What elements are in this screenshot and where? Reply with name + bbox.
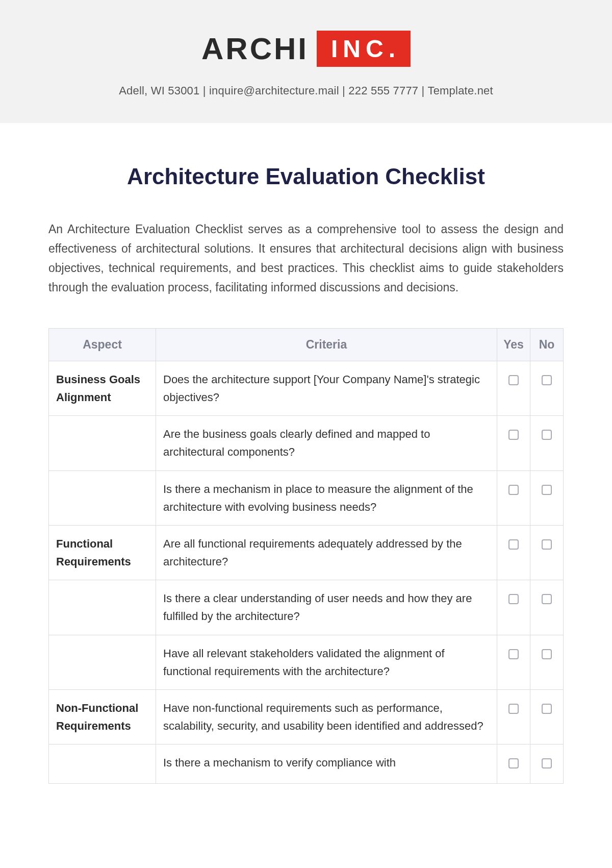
intro-paragraph: An Architecture Evaluation Checklist ser… <box>48 220 564 297</box>
checkbox-yes[interactable] <box>508 539 519 550</box>
logo-main-text: ARCHI <box>201 31 309 66</box>
aspect-cell: Functional Requirements <box>49 525 156 580</box>
criteria-cell: Are all functional requirements adequate… <box>156 525 497 580</box>
yes-cell <box>497 470 530 525</box>
criteria-cell: Is there a mechanism to verify complianc… <box>156 745 497 783</box>
checkbox-yes[interactable] <box>508 430 519 440</box>
yes-cell <box>497 525 530 580</box>
table-row: Non-Functional RequirementsHave non-func… <box>49 690 564 745</box>
criteria-cell: Is there a mechanism in place to measure… <box>156 470 497 525</box>
aspect-cell: Non-Functional Requirements <box>49 690 156 745</box>
no-cell <box>530 580 564 635</box>
logo-badge-text: INC. <box>317 31 411 67</box>
header-yes: Yes <box>497 328 530 361</box>
criteria-cell: Have non-functional requirements such as… <box>156 690 497 745</box>
checkbox-no[interactable] <box>542 539 552 550</box>
checkbox-no[interactable] <box>542 430 552 440</box>
checkbox-yes[interactable] <box>508 649 519 659</box>
no-cell <box>530 361 564 415</box>
no-cell <box>530 745 564 783</box>
checkbox-no[interactable] <box>542 485 552 495</box>
table-row: Functional RequirementsAre all functiona… <box>49 525 564 580</box>
yes-cell <box>497 635 530 689</box>
main-content: Architecture Evaluation Checklist An Arc… <box>0 123 612 804</box>
table-row: Is there a mechanism to verify complianc… <box>49 745 564 783</box>
no-cell <box>530 690 564 745</box>
header-criteria: Criteria <box>156 328 497 361</box>
checkbox-yes[interactable] <box>508 594 519 604</box>
contact-line: Adell, WI 53001 | inquire@architecture.m… <box>0 84 612 97</box>
checkbox-yes[interactable] <box>508 758 519 768</box>
checkbox-yes[interactable] <box>508 485 519 495</box>
no-cell <box>530 635 564 689</box>
aspect-cell <box>49 635 156 689</box>
checkbox-no[interactable] <box>542 649 552 659</box>
no-cell <box>530 470 564 525</box>
yes-cell <box>497 361 530 415</box>
checkbox-no[interactable] <box>542 704 552 714</box>
table-row: Is there a clear understanding of user n… <box>49 580 564 635</box>
table-header-row: Aspect Criteria Yes No <box>49 328 564 361</box>
criteria-cell: Is there a clear understanding of user n… <box>156 580 497 635</box>
header-aspect: Aspect <box>49 328 156 361</box>
table-row: Have all relevant stakeholders validated… <box>49 635 564 689</box>
aspect-cell <box>49 416 156 470</box>
no-cell <box>530 416 564 470</box>
criteria-cell: Does the architecture support [Your Comp… <box>156 361 497 415</box>
checkbox-yes[interactable] <box>508 375 519 385</box>
checkbox-no[interactable] <box>542 758 552 768</box>
table-row: Are the business goals clearly defined a… <box>49 416 564 470</box>
criteria-cell: Are the business goals clearly defined a… <box>156 416 497 470</box>
yes-cell <box>497 690 530 745</box>
aspect-cell <box>49 470 156 525</box>
header-band: ARCHI INC. Adell, WI 53001 | inquire@arc… <box>0 0 612 123</box>
aspect-cell: Business Goals Alignment <box>49 361 156 415</box>
yes-cell <box>497 416 530 470</box>
table-row: Is there a mechanism in place to measure… <box>49 470 564 525</box>
aspect-cell <box>49 745 156 783</box>
header-no: No <box>530 328 564 361</box>
criteria-cell: Have all relevant stakeholders validated… <box>156 635 497 689</box>
checkbox-no[interactable] <box>542 594 552 604</box>
no-cell <box>530 525 564 580</box>
yes-cell <box>497 745 530 783</box>
checkbox-no[interactable] <box>542 375 552 385</box>
table-row: Business Goals AlignmentDoes the archite… <box>49 361 564 415</box>
aspect-cell <box>49 580 156 635</box>
checklist-table: Aspect Criteria Yes No Business Goals Al… <box>48 328 564 784</box>
yes-cell <box>497 580 530 635</box>
checkbox-yes[interactable] <box>508 704 519 714</box>
logo: ARCHI INC. <box>201 31 411 67</box>
page-title: Architecture Evaluation Checklist <box>48 164 564 189</box>
